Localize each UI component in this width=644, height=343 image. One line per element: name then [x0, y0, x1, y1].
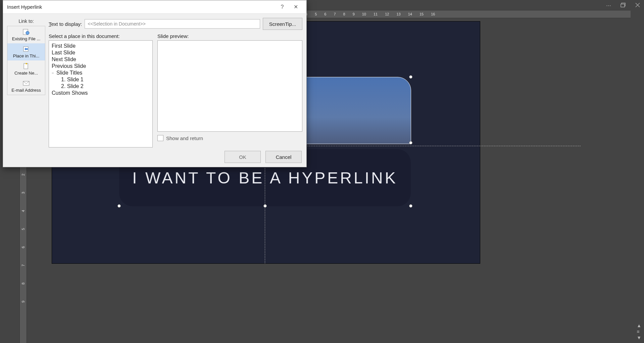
- dialog-titlebar[interactable]: Insert Hyperlink ? ✕: [3, 0, 306, 14]
- tree-slide-titles[interactable]: −Slide Titles: [52, 70, 150, 76]
- prev-slide-icon[interactable]: ▲: [637, 323, 641, 328]
- linkto-label: Create Ne...: [14, 71, 38, 76]
- help-icon[interactable]: ?: [276, 4, 289, 10]
- tree-first-slide[interactable]: First Slide: [52, 43, 150, 49]
- linkto-create-new[interactable]: Create Ne...: [7, 60, 45, 78]
- place-tree[interactable]: First Slide Last Slide Next Slide Previo…: [49, 40, 153, 147]
- linkto-label: Existing File ...: [12, 36, 41, 41]
- tree-previous-slide[interactable]: Previous Slide: [52, 63, 150, 70]
- ok-button[interactable]: OK: [225, 151, 261, 163]
- tree-slide-1[interactable]: 1. Slide 1: [52, 76, 150, 83]
- tree-last-slide[interactable]: Last Slide: [52, 49, 150, 56]
- tree-collapse-icon[interactable]: −: [52, 71, 54, 75]
- email-icon: [21, 80, 31, 87]
- show-and-return-label: Show and return: [166, 135, 203, 141]
- tree-next-slide[interactable]: Next Slide: [52, 56, 150, 63]
- cancel-button[interactable]: Cancel: [265, 151, 302, 163]
- selection-handle[interactable]: [117, 204, 121, 208]
- insert-hyperlink-dialog: Insert Hyperlink ? ✕ Link to: Existing F…: [3, 0, 307, 167]
- selection-handle[interactable]: [409, 204, 412, 208]
- new-doc-icon: [21, 62, 31, 70]
- screentip-button[interactable]: ScreenTip...: [263, 18, 302, 30]
- svg-rect-7: [24, 63, 28, 69]
- window-controls: ···: [606, 2, 640, 9]
- next-slide-icon[interactable]: ▼: [637, 335, 641, 340]
- svg-point-5: [26, 31, 29, 35]
- slide-preview-label: Slide preview:: [157, 33, 302, 39]
- link-to-list: Existing File ... Place in Thi... Create…: [7, 26, 45, 95]
- tree-custom-shows[interactable]: Custom Shows: [52, 90, 150, 96]
- close-icon[interactable]: [635, 2, 640, 9]
- file-web-icon: [21, 28, 31, 36]
- selection-handle[interactable]: [409, 75, 412, 79]
- close-icon[interactable]: ✕: [289, 4, 302, 10]
- dialog-title-text: Insert Hyperlink: [7, 4, 42, 10]
- linkto-label: E-mail Address: [11, 88, 41, 93]
- linkto-label: Place in Thi...: [13, 53, 40, 58]
- slide-preview-box: [157, 40, 302, 132]
- tree-slide-2[interactable]: 2. Slide 2: [52, 83, 150, 90]
- nav-sep-icon: ≡: [637, 329, 641, 334]
- slide-nav-arrows: ▲ ≡ ▼: [637, 323, 641, 340]
- text-to-display-label: Text to display:: [49, 21, 82, 27]
- selected-blue-shape[interactable]: [290, 77, 411, 144]
- link-to-label: Link to:: [7, 18, 45, 26]
- selection-handle[interactable]: [263, 204, 267, 208]
- select-place-label: Select a place in this document:: [49, 33, 153, 39]
- ribbon-options-icon[interactable]: ···: [606, 2, 611, 9]
- text-to-display-input[interactable]: [85, 19, 260, 29]
- selection-handle[interactable]: [409, 141, 412, 144]
- app-background: ··· 45678910111213141516 23456789 I WANT…: [0, 0, 644, 343]
- restore-icon[interactable]: [621, 2, 626, 9]
- show-and-return-checkbox[interactable]: [157, 135, 163, 141]
- svg-rect-1: [621, 4, 625, 7]
- linkto-email[interactable]: E-mail Address: [7, 78, 45, 95]
- place-in-doc-icon: [21, 45, 31, 53]
- linkto-place-in-doc[interactable]: Place in Thi...: [7, 43, 45, 60]
- linkto-existing-file[interactable]: Existing File ...: [7, 26, 45, 43]
